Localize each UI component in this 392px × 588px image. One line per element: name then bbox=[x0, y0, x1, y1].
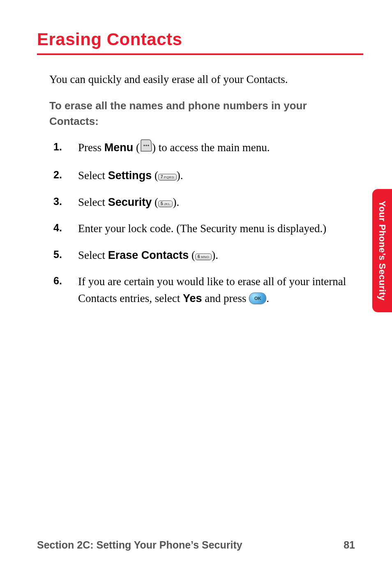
paren-close: ). bbox=[212, 249, 218, 261]
sub-heading: To erase all the names and phone numbers… bbox=[49, 98, 351, 129]
footer-section-label: Section 2C: Setting Your Phone’s Securit… bbox=[37, 539, 242, 551]
paren-close: ). bbox=[173, 196, 179, 208]
step-number: 2. bbox=[53, 167, 62, 183]
paren-open: ( bbox=[152, 169, 158, 182]
key-7-icon: 7PQRS bbox=[158, 174, 177, 180]
step-number: 3. bbox=[53, 194, 62, 210]
step-number: 5. bbox=[53, 247, 62, 263]
paren-open: ( bbox=[152, 196, 158, 208]
step-1: 1. Press Menu ( ) to access the main men… bbox=[53, 139, 351, 158]
keyword-security: Security bbox=[108, 196, 152, 208]
heading-rule bbox=[37, 53, 363, 55]
step-5: 5. Select Erase Contacts (6MNO). bbox=[53, 247, 351, 264]
keyword-yes: Yes bbox=[183, 292, 202, 304]
key-5-icon: 5JKL bbox=[158, 201, 173, 207]
footer-page-number: 81 bbox=[344, 539, 355, 551]
step-text-mid: and press bbox=[202, 292, 249, 304]
step-3: 3. Select Security (5JKL). bbox=[53, 194, 351, 211]
paren-open: ( bbox=[133, 141, 140, 154]
keyword-erase-contacts: Erase Contacts bbox=[108, 249, 189, 261]
keyword-menu: Menu bbox=[104, 141, 134, 154]
paren-close: ). bbox=[177, 169, 183, 182]
step-text: Press bbox=[78, 141, 104, 154]
paren-open: ( bbox=[189, 249, 195, 261]
step-number: 4. bbox=[53, 220, 62, 236]
side-tab-label: Your Phone’s Security bbox=[377, 201, 387, 301]
step-text-end: . bbox=[266, 292, 269, 304]
page-footer: Section 2C: Setting Your Phone’s Securit… bbox=[37, 539, 355, 551]
step-text: Enter your lock code. (The Security menu… bbox=[78, 222, 326, 235]
intro-paragraph: You can quickly and easily erase all of … bbox=[49, 71, 351, 88]
softkey-menu-icon bbox=[140, 139, 152, 157]
keyword-settings: Settings bbox=[108, 169, 152, 182]
svg-point-1 bbox=[145, 145, 147, 146]
step-6: 6. If you are certain you would like to … bbox=[53, 273, 351, 307]
page-heading: Erasing Contacts bbox=[37, 30, 363, 49]
side-tab: Your Phone’s Security bbox=[372, 189, 392, 312]
step-4: 4. Enter your lock code. (The Security m… bbox=[53, 220, 351, 237]
paren-close: ) to access the main menu. bbox=[152, 141, 270, 154]
ok-button-icon: OK bbox=[249, 293, 266, 304]
key-6-icon: 6MNO bbox=[195, 254, 212, 260]
step-number: 6. bbox=[53, 273, 62, 289]
svg-point-0 bbox=[143, 145, 145, 146]
step-text: Select bbox=[78, 169, 108, 182]
step-number: 1. bbox=[53, 139, 62, 155]
svg-point-2 bbox=[148, 145, 149, 146]
step-text: Select bbox=[78, 249, 108, 261]
step-list: 1. Press Menu ( ) to access the main men… bbox=[53, 139, 351, 307]
step-2: 2. Select Settings (7PQRS). bbox=[53, 167, 351, 184]
step-text: Select bbox=[78, 196, 108, 208]
